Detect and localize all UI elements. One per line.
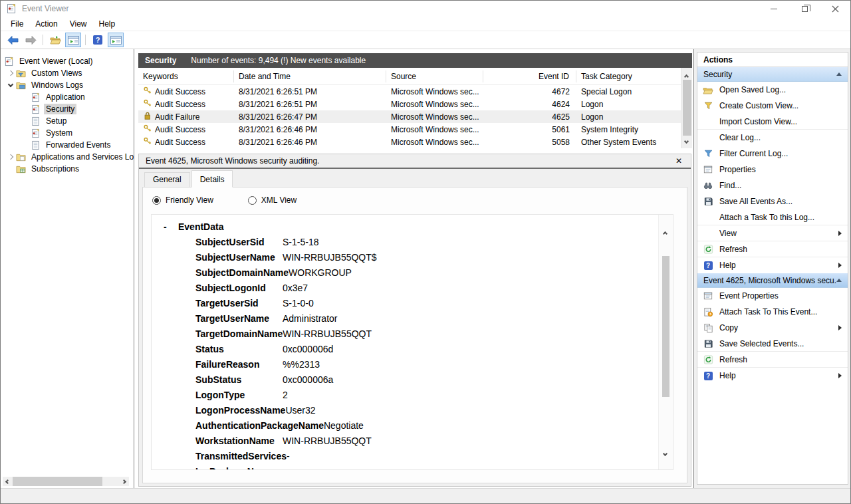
tree-item-system[interactable]: System (1, 127, 134, 139)
help-button[interactable]: ? (90, 33, 106, 47)
close-button[interactable] (820, 1, 850, 17)
event-details-pane: Event 4625, Microsoft Windows security a… (138, 154, 691, 487)
event-row[interactable]: Audit Success 8/31/2021 6:26:46 PM Micro… (138, 136, 692, 148)
actions-section-security[interactable]: Security (697, 67, 848, 82)
event-field: LmPackageName- (164, 464, 653, 470)
action-create-custom-view[interactable]: Create Custom View... (697, 98, 848, 114)
collapse-icon[interactable]: - (164, 219, 178, 235)
action-filter-current-log[interactable]: Filter Current Log... (697, 146, 848, 162)
action-clear-log[interactable]: Clear Log... (697, 130, 848, 146)
action-view[interactable]: View (697, 225, 848, 241)
event-row-selected[interactable]: Audit Failure 8/31/2021 6:26:47 PM Micro… (138, 110, 692, 123)
action-copy[interactable]: Copy (697, 320, 848, 336)
restore-button[interactable] (789, 1, 820, 17)
action-open-saved-log[interactable]: Open Saved Log... (697, 82, 848, 98)
xml-view-radio[interactable]: XML View (248, 195, 297, 205)
refresh-icon (702, 244, 714, 255)
scrollbar-thumb[interactable] (683, 80, 691, 136)
lock-icon (143, 111, 152, 122)
back-button[interactable] (5, 33, 21, 47)
action-import-custom-view[interactable]: Import Custom View... (697, 114, 848, 130)
scroll-down-icon[interactable] (685, 136, 688, 145)
column-header-date-time[interactable]: Date and Time (234, 70, 386, 82)
tree-item-event-viewer-local[interactable]: Event Viewer (Local) (1, 55, 134, 67)
date-value: 8/31/2021 6:26:51 PM (234, 100, 386, 109)
eventdata-node[interactable]: -EventData (164, 219, 653, 235)
event-viewer-icon (3, 57, 15, 66)
action-find[interactable]: Find... (697, 178, 848, 193)
plain-log-icon (30, 116, 41, 126)
tree-item-application[interactable]: Application (1, 91, 134, 103)
windows-logs-folder-icon (15, 81, 27, 90)
menu-view[interactable]: View (64, 17, 93, 31)
event-log-icon (30, 128, 41, 138)
actions-section-event-4625[interactable]: Event 4625, Microsoft Windows secu... (697, 273, 848, 288)
date-value: 8/31/2021 6:26:46 PM (234, 125, 386, 134)
event-id-value: 4624 (483, 100, 576, 109)
minimize-button[interactable] (759, 1, 789, 17)
key-icon (143, 136, 152, 148)
action-properties[interactable]: Properties (697, 162, 848, 178)
tree-item-label: Applications and Services Lo (29, 152, 134, 162)
scroll-down-icon[interactable] (664, 447, 667, 457)
action-save-selected-events[interactable]: Save Selected Events... (697, 336, 848, 352)
action-save-all-events-as[interactable]: Save All Events As... (697, 193, 848, 209)
friendly-view-radio[interactable]: Friendly View (152, 195, 213, 205)
action-refresh[interactable]: Refresh (697, 241, 848, 257)
blank-icon (702, 212, 714, 223)
tree-item-label: Setup (44, 116, 68, 126)
chevron-right-icon[interactable] (6, 71, 15, 75)
forward-button[interactable] (23, 33, 39, 47)
column-header-keywords[interactable]: Keywords (138, 70, 234, 82)
menu-action[interactable]: Action (29, 17, 63, 31)
tree-item-security[interactable]: Security (1, 103, 134, 115)
tree-item-setup[interactable]: Setup (1, 115, 134, 127)
action-help[interactable]: ? Help (697, 257, 848, 273)
menu-file[interactable]: File (5, 17, 29, 31)
tree-item-custom-views[interactable]: Custom Views (1, 67, 134, 79)
back-arrow-icon (7, 36, 19, 45)
column-header-event-id[interactable]: Event ID (483, 70, 576, 82)
action-attach-task-to-log[interactable]: Attach a Task To this Log... (697, 209, 848, 225)
tree-horizontal-scrollbar[interactable] (3, 477, 129, 486)
action-event-properties[interactable]: Event Properties (697, 288, 848, 304)
action-help-event[interactable]: ? Help (697, 368, 848, 384)
console-tree-toggle-button[interactable] (65, 33, 81, 47)
event-list-scrollbar[interactable] (681, 68, 692, 148)
menu-help[interactable]: Help (93, 17, 122, 31)
details-tab-page: Friendly View XML View -EventData Subjec… (142, 187, 687, 483)
column-header-task-category[interactable]: Task Category (576, 70, 681, 82)
properties-icon (702, 291, 714, 301)
action-refresh-event[interactable]: Refresh (697, 352, 848, 368)
tree-item-forwarded-events[interactable]: Forwarded Events (1, 139, 134, 151)
event-row[interactable]: Audit Success 8/31/2021 6:26:51 PM Micro… (138, 85, 692, 98)
details-scrollbar[interactable] (658, 215, 673, 469)
scroll-up-icon[interactable] (664, 227, 667, 237)
scroll-left-icon[interactable] (3, 477, 13, 486)
column-header-source[interactable]: Source (386, 70, 483, 82)
chevron-right-icon[interactable] (6, 155, 15, 159)
scrollbar-thumb[interactable] (662, 256, 669, 397)
scrollbar-thumb[interactable] (13, 477, 102, 486)
tree-item-applications-services-logs[interactable]: Applications and Services Lo (1, 151, 134, 163)
event-row[interactable]: Audit Success 8/31/2021 6:26:51 PM Micro… (138, 98, 692, 110)
open-saved-log-button[interactable] (47, 33, 63, 47)
scroll-right-icon[interactable] (119, 477, 129, 486)
scroll-up-icon[interactable] (685, 71, 688, 80)
tab-details[interactable]: Details (191, 170, 233, 188)
tree-item-windows-logs[interactable]: Windows Logs (1, 79, 134, 91)
tab-general[interactable]: General (144, 172, 190, 188)
main-area: Event Viewer (Local) Custom Views Window… (1, 49, 850, 488)
event-row[interactable]: Audit Success 8/31/2021 6:26:46 PM Micro… (138, 123, 692, 136)
action-attach-task-to-event[interactable]: Attach Task To This Event... (697, 304, 848, 320)
details-close-button[interactable]: ✕ (673, 156, 684, 166)
properties-icon (702, 164, 714, 175)
tree-item-subscriptions[interactable]: Subscriptions (1, 163, 134, 175)
center-panel: Security Number of events: 9,494 (!) New… (135, 49, 693, 488)
chevron-down-icon[interactable] (6, 84, 15, 86)
action-pane-toggle-button[interactable] (108, 33, 124, 47)
event-list: Keywords Date and Time Source Event ID T… (138, 68, 692, 148)
event-id-value: 5061 (483, 125, 576, 134)
task-icon (702, 307, 714, 317)
flyout-arrow-icon (838, 231, 842, 236)
